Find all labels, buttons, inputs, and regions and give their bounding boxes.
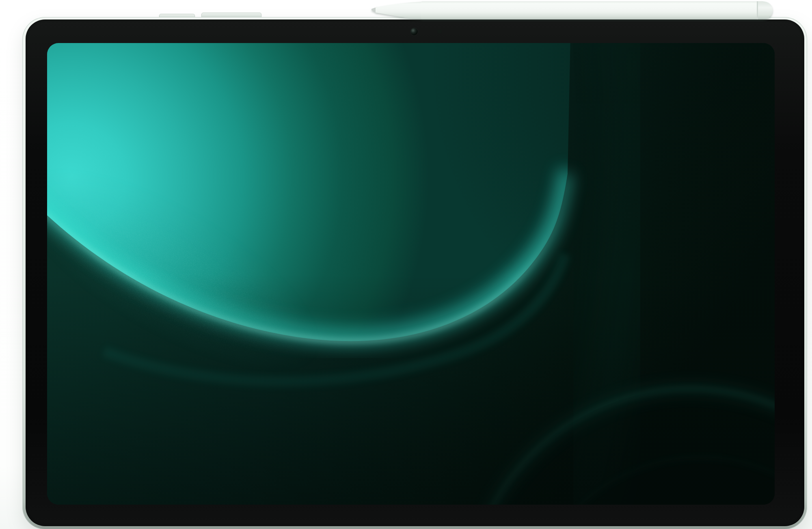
s-pen-tip-cone (376, 2, 422, 19)
scene-background (0, 0, 812, 529)
front-camera (410, 28, 418, 35)
s-pen-seam (757, 1, 758, 19)
s-pen-cap (758, 1, 773, 19)
tablet-screen (47, 43, 775, 505)
tablet-device (22, 17, 807, 529)
s-pen-body (421, 1, 758, 19)
light-sensor (437, 29, 442, 34)
wallpaper-graphic (47, 43, 775, 505)
wallpaper-bottom-vignette (47, 43, 775, 505)
s-pen (371, 0, 773, 21)
